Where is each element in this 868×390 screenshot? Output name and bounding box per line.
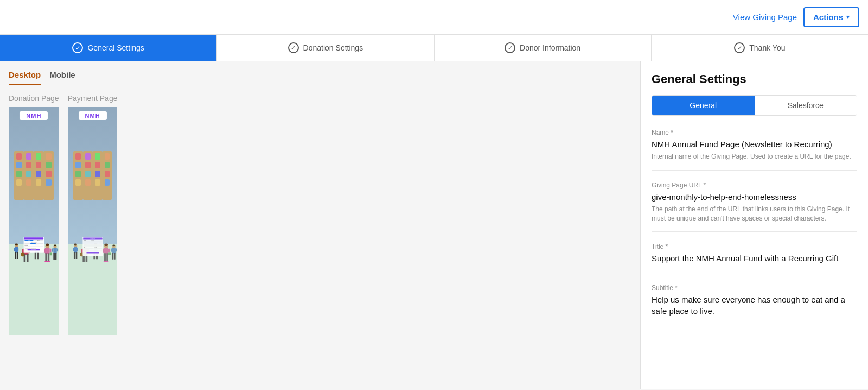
svg-rect-33 [50, 249, 52, 253]
svg-point-111 [112, 244, 115, 246]
name-field-group: Name * NMH Annual Fund Page (Newsletter … [652, 129, 857, 171]
payment-page-preview: Payment Page [68, 94, 118, 335]
svg-rect-69 [74, 252, 75, 259]
url-value: give-monthly-to-help-end-homelessness [652, 191, 857, 203]
top-bar: View Giving Page Actions ▾ [0, 0, 868, 35]
chevron-down-icon: ▾ [846, 14, 850, 21]
svg-rect-28 [45, 253, 47, 261]
tab-check-icon-thankyou: ✓ [734, 42, 745, 53]
payment-characters-svg: Your gift is $15 First Name Last Name Ca… [68, 164, 118, 335]
tab-label-donor-information: Donor Information [520, 43, 580, 52]
svg-rect-109 [116, 249, 117, 252]
svg-text:Donations are processed secure: Donations are processed securely through… [86, 256, 99, 256]
svg-rect-134 [84, 250, 102, 251]
url-field-group: Giving Page URL * give-monthly-to-help-e… [652, 181, 857, 232]
svg-rect-3 [17, 252, 18, 259]
svg-text:ZIP Code: ZIP Code [94, 247, 97, 248]
name-hint: Internal name of the Giving Page. Used t… [652, 152, 857, 161]
svg-rect-62 [24, 247, 25, 248]
svg-rect-34 [50, 252, 52, 255]
tab-check-icon-donation: ✓ [288, 42, 299, 53]
svg-rect-5 [17, 248, 18, 251]
svg-rect-105 [112, 248, 115, 254]
svg-rect-122 [84, 243, 94, 244]
svg-rect-61 [24, 246, 43, 247]
svg-rect-126 [84, 244, 102, 246]
tab-donor-information[interactable]: ✓ Donor Information [435, 35, 652, 61]
name-value: NMH Annual Fund Page (Newsletter to Recu… [652, 139, 857, 150]
subtitle-value: Help us make sure everyone has enough to… [652, 294, 857, 317]
svg-rect-123 [94, 243, 98, 244]
payment-page-logo: NMH [79, 111, 107, 120]
svg-rect-42 [57, 249, 58, 252]
payment-page-scene: Your gift is $15 First Name Last Name Ca… [68, 107, 118, 335]
actions-button[interactable]: Actions ▾ [803, 7, 859, 27]
svg-rect-117 [84, 241, 90, 242]
svg-rect-11 [27, 254, 29, 262]
left-content: Desktop Mobile Donation Page [0, 61, 640, 389]
panel-tab-general-label: General [690, 101, 717, 110]
characters-svg: Donation Amount Monthly One-time Provide… [9, 164, 59, 335]
panel-tabs: General Salesforce [652, 95, 857, 116]
donation-page-logo: NMH [20, 111, 48, 120]
title-value: Support the NMH Annual Fund with a Recur… [652, 253, 857, 264]
donation-page-label: Donation Page [9, 94, 59, 103]
svg-rect-2 [15, 252, 16, 259]
svg-rect-71 [73, 248, 74, 251]
tab-thank-you[interactable]: ✓ Thank You [652, 35, 868, 61]
svg-rect-95 [104, 253, 105, 261]
name-label: Name * [652, 129, 857, 136]
tab-check-icon-donor: ✓ [505, 42, 515, 53]
svg-rect-101 [108, 252, 111, 255]
mobile-tab-label: Mobile [49, 70, 75, 79]
svg-point-103 [104, 244, 108, 246]
svg-rect-118 [91, 241, 102, 242]
svg-point-74 [74, 244, 77, 246]
svg-rect-96 [106, 253, 108, 261]
svg-rect-106 [112, 253, 113, 260]
main-layout: Desktop Mobile Donation Page [0, 61, 868, 389]
svg-rect-20 [35, 252, 36, 259]
donation-page-preview: Donation Page [9, 94, 59, 335]
tab-general-settings[interactable]: ✓ General Settings [0, 35, 217, 61]
payment-page-wrapper: Your gift is $15 First Name Last Name Ca… [68, 107, 118, 335]
tab-navigation: ✓ General Settings ✓ Donation Settings ✓… [0, 35, 868, 61]
svg-rect-132 [94, 248, 102, 249]
tab-donation-settings[interactable]: ✓ Donation Settings [217, 35, 434, 61]
svg-point-36 [46, 243, 49, 246]
tab-label-thank-you: Thank You [749, 43, 785, 52]
svg-text:CVC: CVC [99, 242, 100, 242]
view-giving-page-link[interactable]: View Giving Page [733, 12, 797, 22]
svg-rect-131 [84, 248, 94, 249]
right-panel: General Settings General Salesforce Name… [640, 61, 868, 389]
svg-rect-21 [37, 252, 39, 259]
actions-label: Actions [813, 12, 843, 22]
panel-tab-salesforce[interactable]: Salesforce [755, 96, 857, 115]
donation-page-wrapper: Donation Amount Monthly One-time Provide… [9, 107, 59, 335]
svg-rect-124 [99, 243, 102, 244]
svg-rect-41 [52, 249, 53, 252]
svg-text:Card Number: Card Number [84, 242, 87, 242]
url-hint: The path at the end of the URL that link… [652, 205, 857, 223]
svg-point-44 [54, 244, 56, 246]
svg-rect-108 [111, 249, 112, 252]
subtitle-field-group: Subtitle * Help us make sure everyone ha… [652, 284, 857, 325]
panel-tab-general[interactable]: General [652, 96, 755, 115]
donation-page-scene: Donation Amount Monthly One-time Provide… [9, 107, 59, 335]
svg-rect-39 [53, 253, 55, 260]
svg-rect-70 [75, 252, 77, 259]
view-tab-desktop[interactable]: Desktop [9, 70, 41, 85]
url-label: Giving Page URL * [652, 181, 857, 189]
svg-rect-40 [55, 253, 57, 260]
title-field-group: Title * Support the NMH Annual Fund with… [652, 243, 857, 273]
svg-point-14 [21, 252, 24, 256]
desktop-tab-label: Desktop [9, 70, 41, 79]
tab-label-general-settings: General Settings [87, 43, 144, 52]
view-tab-mobile[interactable]: Mobile [49, 70, 75, 85]
svg-rect-27 [45, 248, 50, 254]
svg-point-7 [15, 243, 18, 245]
svg-rect-29 [48, 253, 49, 261]
subtitle-label: Subtitle * [652, 284, 857, 292]
svg-point-31 [47, 261, 50, 262]
view-tabs: Desktop Mobile [9, 70, 631, 85]
